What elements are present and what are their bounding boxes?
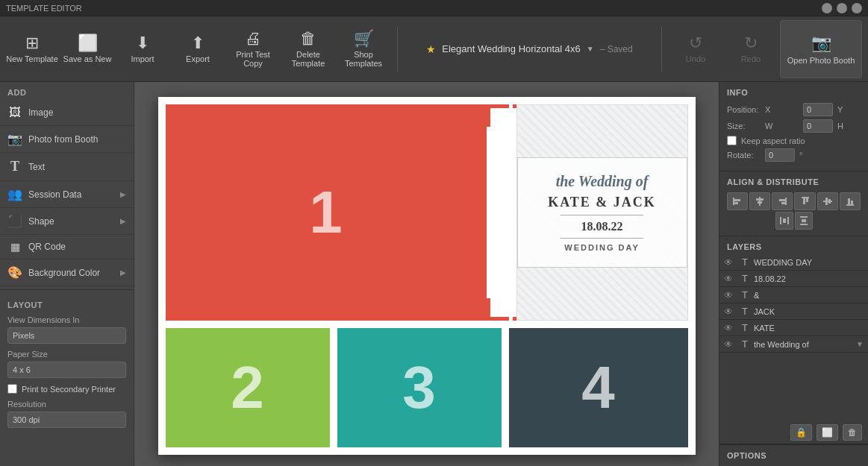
app-title: TEMPLATE EDITOR: [6, 4, 82, 13]
delete-icon: 🗑: [300, 31, 316, 47]
photo-cell-4[interactable]: 4: [509, 328, 688, 447]
layer-item-jack[interactable]: 👁 T JACK: [719, 303, 868, 320]
sidebar-item-qr-code[interactable]: ▦ QR Code: [0, 235, 134, 259]
sidebar-item-text[interactable]: T Text: [0, 153, 134, 181]
print-secondary-label: Print to Secondary Printer: [22, 385, 116, 394]
print-test-copy-button[interactable]: 🖨 Print Test Copy: [227, 20, 279, 78]
x-input[interactable]: [803, 103, 833, 116]
resolution-select[interactable]: 300 dpi: [7, 412, 126, 428]
distribute-v-btn[interactable]: [795, 212, 813, 230]
align-top-btn[interactable]: [794, 192, 815, 210]
paper-size-select[interactable]: 4 x 6: [7, 362, 126, 378]
align-bottom-btn[interactable]: [840, 192, 861, 210]
position-label: Position:: [727, 105, 761, 114]
svg-rect-16: [848, 198, 850, 204]
toolbar-separator-1: [397, 27, 398, 72]
maximize-button[interactable]: [837, 3, 847, 13]
layer-item-script[interactable]: 👁 T the Wedding of ▼: [719, 336, 868, 353]
export-button[interactable]: ⬆ Export: [172, 20, 224, 78]
wedding-names-text: KATE & JACK: [548, 195, 656, 210]
duplicate-layer-button[interactable]: ⬜: [817, 424, 838, 441]
layer-dropdown-icon-script[interactable]: ▼: [856, 340, 864, 348]
svg-rect-8: [781, 202, 785, 204]
paper-size-label: Paper Size: [7, 350, 126, 359]
import-button[interactable]: ⬇ Import: [116, 20, 169, 78]
svg-rect-21: [800, 216, 808, 218]
svg-rect-17: [851, 201, 853, 204]
size-label: Size:: [727, 122, 761, 130]
layer-name-jack: JACK: [754, 307, 864, 316]
delete-template-button[interactable]: 🗑 Delete Template: [282, 20, 334, 78]
view-dimensions-select[interactable]: Pixels: [7, 327, 126, 344]
sidebar-item-text-label: Text: [28, 162, 45, 172]
favorite-star-icon[interactable]: ★: [426, 43, 436, 55]
shop-templates-button[interactable]: 🛒 Shop Templates: [337, 20, 390, 78]
layer-eye-icon-jack[interactable]: 👁: [724, 306, 736, 317]
cell1-number: 1: [309, 178, 343, 247]
rotate-input[interactable]: [765, 148, 795, 162]
layer-item-date[interactable]: 👁 T 18.08.22: [719, 271, 868, 287]
background-color-icon: 🎨: [7, 265, 22, 280]
layer-eye-icon-script[interactable]: 👁: [724, 339, 736, 350]
toolbar: ⊞ New Template ⬜ Save as New ⬇ Import ⬆ …: [0, 16, 868, 82]
layer-type-icon-script: T: [739, 339, 751, 350]
layer-eye-icon-amp[interactable]: 👁: [724, 290, 736, 300]
sidebar-item-image[interactable]: 🖼 Image: [0, 100, 134, 126]
resolution-label: Resolution: [7, 400, 126, 409]
align-center-h-btn[interactable]: [749, 192, 770, 210]
close-button[interactable]: [852, 3, 862, 13]
svg-rect-15: [846, 204, 854, 206]
qr-code-icon: ▦: [7, 241, 22, 253]
keep-ratio-checkbox[interactable]: [727, 136, 737, 145]
photo-cell-1[interactable]: 1: [166, 104, 487, 321]
layer-item-wedding-day[interactable]: 👁 T WEDDING DAY: [719, 254, 868, 271]
titlebar: TEMPLATE EDITOR: [0, 0, 868, 16]
svg-rect-5: [758, 201, 762, 204]
layer-type-icon-wedding-day: T: [739, 256, 751, 268]
info-title: INFO: [727, 88, 861, 97]
import-icon: ⬇: [136, 35, 149, 51]
open-photo-booth-button[interactable]: 📷 Open Photo Booth: [780, 20, 862, 78]
sidebar-item-photo-from-booth[interactable]: 📷 Photo from Booth: [0, 126, 134, 153]
w-input[interactable]: [803, 119, 833, 133]
svg-rect-20: [783, 218, 786, 223]
window-controls: [822, 3, 862, 13]
bracket-bottom-left: [487, 298, 509, 321]
lock-layer-button[interactable]: 🔒: [790, 424, 812, 441]
text-panel[interactable]: the Wedding of KATE & JACK 18.08.22 WEDD…: [516, 104, 688, 321]
template-dropdown-icon[interactable]: ▼: [587, 45, 594, 53]
template-canvas[interactable]: 1 the Wedding of KATE & JACK 18.08.22 WE…: [158, 97, 696, 455]
image-icon: 🖼: [7, 106, 22, 119]
layer-eye-icon-date[interactable]: 👁: [724, 274, 736, 284]
canvas-area[interactable]: 1 the Wedding of KATE & JACK 18.08.22 WE…: [134, 82, 719, 466]
layer-eye-icon-wedding-day[interactable]: 👁: [724, 257, 736, 268]
svg-rect-6: [785, 198, 787, 205]
undo-button[interactable]: ↺ Undo: [669, 20, 722, 78]
minimize-button[interactable]: [822, 3, 832, 13]
print-secondary-row: Print to Secondary Printer: [7, 384, 126, 394]
sidebar-item-shape-label: Shape: [28, 216, 54, 227]
align-buttons-row1: [727, 192, 861, 210]
photo-cell-3[interactable]: 3: [337, 328, 502, 447]
align-right-btn[interactable]: [772, 192, 793, 210]
save-as-new-button[interactable]: ⬜ Save as New: [61, 20, 113, 78]
layer-item-kate[interactable]: 👁 T KATE: [719, 320, 868, 336]
delete-layer-button[interactable]: 🗑: [843, 424, 862, 441]
redo-button[interactable]: ↻ Redo: [725, 20, 777, 78]
camera-icon: 📷: [811, 34, 831, 53]
align-left-btn[interactable]: [727, 192, 748, 210]
rotate-unit: °: [799, 151, 833, 160]
svg-rect-11: [806, 198, 808, 202]
layer-item-ampersand[interactable]: 👁 T &: [719, 287, 868, 303]
align-middle-v-btn[interactable]: [817, 192, 838, 210]
sidebar-item-shape[interactable]: ⬛ Shape ▶: [0, 208, 134, 235]
sidebar-item-background-color[interactable]: 🎨 Background Color ▶: [0, 259, 134, 286]
keep-ratio-row: Keep aspect ratio: [727, 136, 861, 145]
distribute-h-btn[interactable]: [775, 212, 793, 230]
layer-eye-icon-kate[interactable]: 👁: [724, 323, 736, 333]
print-secondary-checkbox[interactable]: [7, 384, 17, 394]
new-template-button[interactable]: ⊞ New Template: [6, 20, 58, 78]
svg-rect-9: [802, 197, 809, 198]
photo-cell-2[interactable]: 2: [166, 328, 330, 447]
sidebar-item-session-data[interactable]: 👥 Session Data ▶: [0, 181, 134, 208]
